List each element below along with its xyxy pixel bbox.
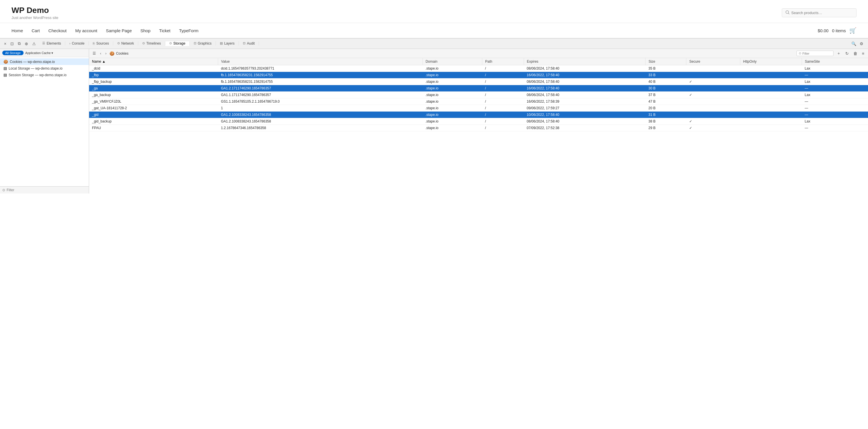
dock-button[interactable]: ⧉: [16, 40, 23, 47]
tab-network-label: Network: [121, 41, 134, 45]
forward-button[interactable]: ›: [104, 51, 107, 56]
search-icon: [785, 10, 789, 15]
app-cache-label: Application Cache: [25, 51, 51, 55]
layers-tab-icon: ▤: [220, 41, 223, 45]
table-row[interactable]: _fbpfb.1.1654786358231.1582914755.stape.…: [89, 72, 868, 79]
devtools-sidebar: All Storage Application Cache ▾ 🍪 Cookie…: [0, 49, 89, 193]
col-expires[interactable]: Expires: [524, 58, 646, 65]
settings-devtools-button[interactable]: ⚙: [859, 40, 865, 47]
search-box[interactable]: [782, 8, 857, 17]
add-cookie-button[interactable]: ＋: [835, 50, 842, 57]
table-row[interactable]: FPAU1.2.1678647346.1654786358.stape.io/0…: [89, 125, 868, 131]
col-httponly[interactable]: HttpOnly: [740, 58, 802, 65]
table-header-row: Name ▲ Value Domain Path Expires Size Se…: [89, 58, 868, 65]
delete-cookie-button[interactable]: 🗑: [852, 51, 859, 56]
tab-network[interactable]: ⊙ Network: [113, 41, 138, 45]
nav-shop[interactable]: Shop: [141, 28, 151, 33]
nav-ticket[interactable]: Ticket: [159, 28, 170, 33]
cookie-table-body: _dciddcid.1.1654786357793.202438771.stap…: [89, 65, 868, 131]
filter-search-icon: ⊙: [799, 52, 801, 55]
tab-elements-label: Elements: [46, 41, 61, 45]
nav-my-account[interactable]: My account: [75, 28, 97, 33]
elements-tab-icon: ☰: [42, 41, 45, 45]
timelines-tab-icon: ⊙: [142, 41, 145, 45]
cookies-main-panel: ☰ ‹ › 🍪 Cookies ⊙ ＋ ↻ 🗑 ≡ Name ▲: [89, 49, 868, 193]
tab-layers-label: Layers: [224, 41, 235, 45]
table-row[interactable]: _ga_backupGA1.1.1711746290.1654786357.st…: [89, 92, 868, 98]
sidebar-toggle-button[interactable]: ☰: [91, 51, 97, 56]
refresh-button[interactable]: ↻: [844, 51, 850, 56]
col-name[interactable]: Name ▲: [89, 58, 218, 65]
cookies-panel-title: Cookies: [116, 52, 128, 56]
sidebar-tree: 🍪 Cookies — wp-demo.stape.io ▤ Local Sto…: [0, 57, 89, 186]
tab-storage[interactable]: ⊙ Storage: [165, 41, 190, 46]
tab-console[interactable]: › Console: [65, 41, 89, 45]
application-cache-button[interactable]: Application Cache ▾: [25, 51, 54, 55]
network-tab-icon: ⊙: [117, 41, 120, 45]
sidebar-item-cookies[interactable]: 🍪 Cookies — wp-demo.stape.io: [0, 58, 89, 65]
all-storage-button[interactable]: All Storage: [2, 51, 24, 55]
site-title-area: WP Demo Just another WordPress site: [11, 6, 58, 20]
cookies-table: Name ▲ Value Domain Path Expires Size Se…: [89, 58, 868, 131]
chevron-down-icon: ▾: [52, 51, 53, 55]
table-row[interactable]: _dciddcid.1.1654786357793.202438771.stap…: [89, 65, 868, 72]
tab-timelines-label: Timelines: [146, 41, 161, 45]
cookies-panel-icon: 🍪: [110, 51, 114, 56]
tab-timelines[interactable]: ⊙ Timelines: [138, 41, 165, 45]
table-row[interactable]: _ga_VM9YCFJZ0LGS1.1.1654785105.2.1.16547…: [89, 98, 868, 105]
svg-line-1: [788, 13, 789, 14]
close-button[interactable]: ×: [2, 40, 8, 47]
console-tab-icon: ›: [69, 42, 70, 45]
tab-audit-label: Audit: [247, 41, 255, 45]
storage-tab-icon: ⊙: [169, 41, 172, 45]
session-storage-icon: ▤: [3, 73, 7, 77]
split-button[interactable]: ⊡: [9, 40, 16, 47]
back-button[interactable]: ‹: [99, 51, 102, 56]
filter-icon: ⊙: [2, 188, 5, 192]
search-input[interactable]: [791, 11, 853, 15]
tab-graphics[interactable]: ⊡ Graphics: [190, 41, 216, 45]
audit-tab-icon: ⊡: [243, 41, 245, 45]
devtools-right-icons: 🔍 ⚙: [850, 40, 866, 47]
table-row[interactable]: _gidGA1.2.1008338243.1654786358.stape.io…: [89, 112, 868, 118]
tab-graphics-label: Graphics: [198, 41, 212, 45]
col-value[interactable]: Value: [218, 58, 423, 65]
graphics-tab-icon: ⊡: [194, 41, 196, 45]
col-secure[interactable]: Secure: [686, 58, 740, 65]
nav-typeform[interactable]: TypeForm: [179, 28, 198, 33]
devtools-panel: × ⊡ ⧉ ⊕ ⚠ ☰ Elements › Console ⎘ Sources…: [0, 38, 868, 193]
website-header: WP Demo Just another WordPress site: [0, 0, 868, 23]
inspect-button[interactable]: ⊕: [23, 40, 30, 47]
nav-cart[interactable]: Cart: [32, 28, 40, 33]
more-options-button[interactable]: ≡: [861, 51, 866, 56]
cookies-icon: 🍪: [3, 60, 8, 64]
cart-icon[interactable]: 🛒: [849, 27, 857, 34]
nav-right: $0.00 0 items 🛒: [818, 27, 857, 34]
sidebar-item-session-storage[interactable]: ▤ Session Storage — wp-demo.stape.io: [0, 71, 89, 78]
cart-price: $0.00: [818, 28, 829, 33]
table-row[interactable]: _gaGA1.2.1711746290.1654786357.stape.io/…: [89, 85, 868, 92]
tab-layers[interactable]: ▤ Layers: [216, 41, 239, 45]
col-size[interactable]: Size: [646, 58, 686, 65]
sidebar-item-local-storage[interactable]: ▤ Local Storage — wp-demo.stape.io: [0, 65, 89, 71]
cookies-filter-box[interactable]: ⊙: [797, 51, 834, 56]
site-title: WP Demo: [11, 6, 58, 15]
table-row[interactable]: _gid_backupGA1.2.1008338243.1654786358.s…: [89, 118, 868, 125]
cookies-toolbar: ☰ ‹ › 🍪 Cookies ⊙ ＋ ↻ 🗑 ≡: [89, 49, 868, 58]
table-row[interactable]: _fbp_backupfb.1.1654786358231.1582914755…: [89, 79, 868, 85]
nav-home[interactable]: Home: [11, 28, 23, 33]
col-domain[interactable]: Domain: [423, 58, 482, 65]
search-devtools-button[interactable]: 🔍: [850, 40, 857, 47]
warning-button[interactable]: ⚠: [30, 40, 38, 47]
tab-sources[interactable]: ⎘ Sources: [89, 41, 113, 45]
nav-sample-page[interactable]: Sample Page: [106, 28, 132, 33]
cookies-filter-input[interactable]: [803, 52, 831, 55]
col-path[interactable]: Path: [482, 58, 524, 65]
tab-elements[interactable]: ☰ Elements: [38, 41, 65, 45]
table-row[interactable]: _gat_UA-181411728-21.stape.io/09/06/2022…: [89, 105, 868, 112]
col-samesite[interactable]: SameSite: [802, 58, 868, 65]
nav-checkout[interactable]: Checkout: [48, 28, 66, 33]
devtools-toolbar: × ⊡ ⧉ ⊕ ⚠ ☰ Elements › Console ⎘ Sources…: [0, 38, 868, 49]
cookie-table-wrapper: Name ▲ Value Domain Path Expires Size Se…: [89, 58, 868, 193]
tab-audit[interactable]: ⊡ Audit: [239, 41, 259, 45]
